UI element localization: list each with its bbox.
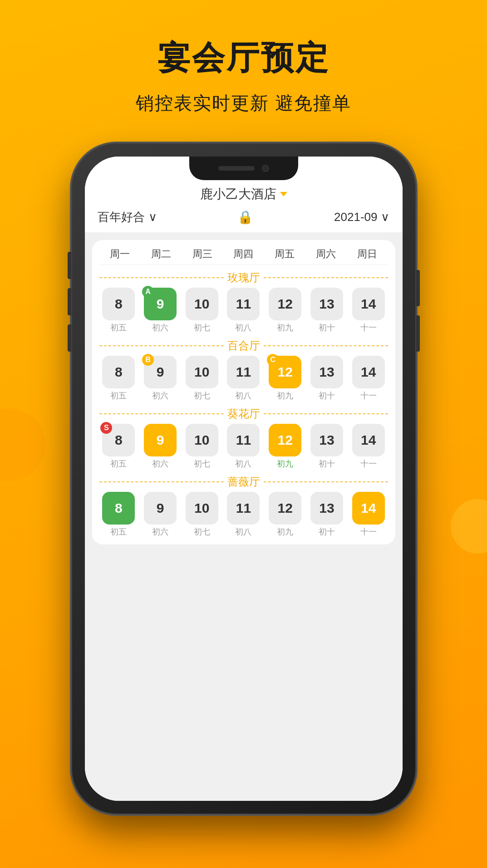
date-label: 2021-09: [334, 210, 377, 224]
hall-filter-label: 百年好合: [98, 209, 145, 225]
date-number-wrap: 10: [186, 424, 218, 456]
date-number: 11: [227, 424, 260, 456]
divider-line-right: [264, 277, 388, 278]
hall-name: 葵花厅: [227, 407, 260, 421]
date-number-wrap: 8: [102, 356, 135, 388]
hall-selector[interactable]: 百年好合 ∨: [98, 209, 157, 225]
date-grid: 8初五A9初六10初七11初八12初九13初十14十一: [99, 288, 388, 333]
date-number-wrap: S8: [102, 424, 135, 456]
date-cell[interactable]: 8初五: [99, 356, 138, 401]
weekday-cell: 周一: [99, 247, 141, 261]
date-badge: A: [142, 286, 154, 298]
date-lunar: 初六: [152, 322, 168, 333]
date-number-wrap: 13: [310, 492, 343, 525]
date-cell[interactable]: 11初八: [224, 356, 263, 401]
date-number-wrap: 9: [144, 492, 177, 525]
weekday-cell: 周四: [223, 247, 264, 261]
date-cell[interactable]: A9初六: [141, 288, 180, 333]
date-lunar: 初十: [319, 322, 335, 333]
date-cell[interactable]: 14十一: [349, 424, 388, 469]
date-number: 9: [144, 424, 177, 456]
date-cell[interactable]: 10初七: [182, 356, 221, 401]
date-number-wrap: 13: [310, 356, 343, 388]
date-lunar: 初八: [235, 526, 251, 537]
app-subtitle: 销控表实时更新 避免撞单: [136, 91, 351, 116]
date-number: 8: [102, 356, 135, 388]
date-number: 10: [186, 288, 218, 320]
date-lunar: 十一: [360, 322, 377, 333]
date-cell[interactable]: 14十一: [349, 356, 388, 401]
date-number: 12: [269, 424, 301, 456]
date-lunar: 初九: [277, 390, 293, 401]
phone-screen: 鹿小乙大酒店 百年好合 ∨ 🔒 2021-09 ∨: [85, 157, 403, 801]
lock-icon[interactable]: 🔒: [237, 210, 253, 225]
date-cell[interactable]: C12初九: [266, 356, 305, 401]
notch-speaker: [218, 166, 255, 171]
date-lunar: 初七: [194, 458, 210, 469]
app-content: 鹿小乙大酒店 百年好合 ∨ 🔒 2021-09 ∨: [85, 157, 403, 801]
date-lunar: 初六: [152, 458, 168, 469]
date-cell[interactable]: 8初五: [99, 288, 138, 333]
date-grid: 8初五9初六10初七11初八12初九13初十14十一: [99, 492, 388, 537]
date-lunar: 初九: [277, 322, 293, 333]
date-lunar: 初十: [319, 390, 335, 401]
date-number: 9: [144, 492, 177, 525]
weekday-cell: 周六: [305, 247, 347, 261]
date-number: 11: [227, 288, 260, 320]
date-number-wrap: 14: [352, 424, 385, 456]
date-cell[interactable]: 8初五: [99, 492, 138, 537]
date-number: 8: [102, 288, 135, 320]
weekday-cell: 周三: [182, 247, 223, 261]
date-number: 11: [227, 492, 260, 525]
date-cell[interactable]: 9初六: [141, 492, 180, 537]
date-cell[interactable]: 14十一: [349, 288, 388, 333]
date-selector[interactable]: 2021-09 ∨: [334, 210, 389, 224]
date-cell[interactable]: 13初十: [307, 356, 346, 401]
date-number-wrap: B9: [144, 356, 177, 388]
date-number-wrap: 12: [269, 492, 301, 525]
date-number: 11: [227, 356, 260, 388]
divider-line-right: [264, 345, 388, 346]
divider-line-left: [99, 277, 224, 278]
app-title: 宴会厅预定: [157, 36, 330, 80]
hall-section-2: 葵花厅S8初五9初六10初七11初八12初九13初十14十一: [99, 407, 388, 469]
date-cell[interactable]: 12初九: [266, 492, 305, 537]
date-number-wrap: 14: [352, 492, 385, 525]
date-lunar: 初十: [319, 526, 335, 537]
date-cell[interactable]: 12初九: [266, 288, 305, 333]
divider-line-right: [264, 413, 388, 414]
date-lunar: 十一: [360, 390, 377, 401]
date-cell[interactable]: 13初十: [307, 492, 346, 537]
date-cell[interactable]: S8初五: [99, 424, 138, 469]
date-cell[interactable]: 11初八: [224, 424, 263, 469]
app-header: 鹿小乙大酒店 百年好合 ∨ 🔒 2021-09 ∨: [85, 180, 403, 233]
date-number: 10: [186, 492, 218, 525]
hall-divider: 百合厅: [99, 338, 388, 353]
date-number-wrap: 13: [310, 288, 343, 320]
date-number: 10: [186, 356, 218, 388]
date-lunar: 初五: [110, 526, 127, 537]
date-number-wrap: 10: [186, 288, 218, 320]
date-cell[interactable]: 13初十: [307, 288, 346, 333]
date-cell[interactable]: 13初十: [307, 424, 346, 469]
date-number: 14: [352, 424, 385, 456]
weekday-row: 周一周二周三周四周五周六周日: [99, 240, 388, 265]
date-lunar: 初七: [194, 526, 210, 537]
date-number-wrap: 12: [269, 288, 301, 320]
date-cell[interactable]: 10初七: [182, 492, 221, 537]
date-cell[interactable]: 14十一: [349, 492, 388, 537]
divider-line-right: [264, 481, 388, 482]
date-lunar: 十一: [360, 458, 377, 469]
date-cell[interactable]: 10初七: [182, 424, 221, 469]
date-cell[interactable]: B9初六: [141, 356, 180, 401]
date-lunar: 初五: [110, 458, 127, 469]
date-cell[interactable]: 11初八: [224, 288, 263, 333]
date-number-wrap: 12: [269, 424, 301, 456]
date-cell[interactable]: 11初八: [224, 492, 263, 537]
date-number: 12: [269, 492, 301, 525]
date-cell[interactable]: 12初九: [266, 424, 305, 469]
date-lunar: 初五: [110, 322, 127, 333]
date-cell[interactable]: 10初七: [182, 288, 221, 333]
date-cell[interactable]: 9初六: [141, 424, 180, 469]
hotel-selector[interactable]: 鹿小乙大酒店: [200, 186, 287, 203]
